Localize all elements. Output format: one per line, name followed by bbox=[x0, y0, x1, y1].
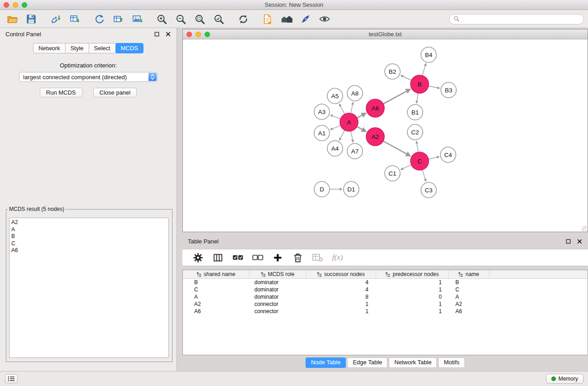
function-builder-icon[interactable]: f(x) bbox=[331, 252, 344, 264]
graph-node-C4[interactable]: C4 bbox=[440, 147, 456, 162]
column-header-successor-nodes[interactable]: successor nodes bbox=[306, 270, 376, 278]
search-input[interactable] bbox=[462, 16, 579, 23]
cell-name[interactable]: C bbox=[449, 286, 489, 293]
network-canvas[interactable]: B4B2BB3A8A5A6A3B1AC2A1A2A4A7C4CC1C3DD1 bbox=[183, 39, 588, 232]
column-selector-icon[interactable] bbox=[212, 252, 224, 264]
delete-row-icon[interactable] bbox=[292, 252, 304, 264]
tab-edge-table[interactable]: Edge Table bbox=[347, 357, 387, 368]
tab-node-table[interactable]: Node Table bbox=[306, 357, 346, 368]
graph-node-B[interactable]: B bbox=[411, 75, 429, 93]
graph-edge-A-A4[interactable] bbox=[339, 130, 344, 141]
graph-node-A5[interactable]: A5 bbox=[327, 88, 343, 104]
table-row[interactable]: Cdominator41C bbox=[183, 286, 588, 293]
cell-name[interactable]: A2 bbox=[449, 300, 489, 308]
graph-edge-A2-C[interactable] bbox=[383, 141, 411, 156]
float-panel-icon[interactable] bbox=[154, 31, 160, 37]
cell-predecessor-nodes[interactable]: 0 bbox=[376, 293, 449, 300]
run-mcds-button[interactable]: Run MCDS bbox=[40, 88, 82, 97]
task-history-button[interactable] bbox=[5, 374, 18, 383]
zoom-fit-icon[interactable] bbox=[193, 12, 206, 26]
tab-style[interactable]: Style bbox=[65, 43, 89, 53]
mcds-result-item[interactable]: A6 bbox=[11, 247, 167, 254]
cell-shared-name[interactable]: A6 bbox=[183, 308, 249, 315]
cell-mcds-role[interactable]: dominator bbox=[249, 286, 306, 293]
graph-edge-A-A8[interactable] bbox=[351, 102, 353, 114]
show-hide-icon[interactable] bbox=[318, 12, 331, 26]
deselect-all-icon[interactable] bbox=[252, 252, 264, 264]
graph-node-B2[interactable]: B2 bbox=[385, 64, 400, 79]
table-row[interactable]: A2connector11A2 bbox=[183, 300, 588, 308]
column-header-mcds-role[interactable]: MCDS role bbox=[249, 270, 306, 278]
cell-predecessor-nodes[interactable]: 1 bbox=[376, 286, 449, 293]
table-row[interactable]: Bdominator41B bbox=[183, 279, 588, 286]
cell-mcds-role[interactable]: connector bbox=[249, 308, 306, 315]
export-network-icon[interactable] bbox=[92, 12, 106, 26]
cell-shared-name[interactable]: C bbox=[183, 286, 249, 293]
zoom-in-icon[interactable] bbox=[155, 12, 168, 26]
criterion-select[interactable]: largest connected component (directed) bbox=[19, 72, 158, 82]
graph-edge-B-B2[interactable] bbox=[401, 76, 411, 81]
zoom-out-icon[interactable] bbox=[174, 12, 187, 26]
tab-network[interactable]: Network bbox=[33, 43, 66, 53]
delete-table-icon[interactable] bbox=[311, 252, 324, 264]
graph-node-C2[interactable]: C2 bbox=[407, 124, 423, 140]
cell-successor-nodes[interactable]: 4 bbox=[306, 286, 376, 293]
graph-node-A2[interactable]: A2 bbox=[366, 128, 384, 146]
float-table-panel-icon[interactable] bbox=[565, 238, 571, 244]
close-panel-button[interactable]: Close panel bbox=[93, 88, 137, 97]
refresh-view-icon[interactable] bbox=[236, 12, 250, 26]
mcds-result-item[interactable]: A2 bbox=[11, 219, 167, 226]
graph-edge-B-B1[interactable] bbox=[416, 93, 418, 104]
cell-mcds-role[interactable]: dominator bbox=[249, 293, 306, 300]
graph-edge-A-A7[interactable] bbox=[351, 131, 353, 143]
export-table-icon[interactable] bbox=[111, 12, 125, 26]
cell-successor-nodes[interactable]: 1 bbox=[306, 300, 376, 308]
table-row[interactable]: A6connector11A6 bbox=[183, 308, 588, 315]
gear-icon[interactable] bbox=[192, 252, 204, 264]
open-session-icon[interactable] bbox=[5, 12, 19, 26]
open-document-icon[interactable] bbox=[261, 12, 274, 26]
graph-edge-A-A6[interactable] bbox=[357, 113, 366, 118]
graph-edge-A-A3[interactable] bbox=[330, 115, 341, 119]
cell-successor-nodes[interactable]: 8 bbox=[306, 293, 376, 300]
mcds-result-list[interactable]: A2ABCA6 bbox=[9, 218, 169, 358]
graph-edge-C-C3[interactable] bbox=[422, 170, 426, 181]
cell-shared-name[interactable]: B bbox=[183, 279, 249, 286]
import-table-icon[interactable] bbox=[68, 12, 81, 26]
graph-edge-C-C4[interactable] bbox=[429, 157, 440, 159]
mcds-result-item[interactable]: C bbox=[11, 240, 167, 248]
graph-node-A1[interactable]: A1 bbox=[314, 125, 330, 141]
memory-button[interactable]: Memory bbox=[546, 374, 583, 384]
graph-edge-C-C2[interactable] bbox=[416, 141, 418, 152]
cell-name[interactable]: A6 bbox=[449, 308, 489, 315]
mcds-result-item[interactable]: B bbox=[11, 233, 167, 240]
tab-select[interactable]: Select bbox=[89, 43, 116, 53]
resize-grip-icon[interactable] bbox=[582, 226, 588, 232]
graph-node-B3[interactable]: B3 bbox=[441, 82, 456, 98]
graph-edge-C-C1[interactable] bbox=[401, 165, 411, 170]
graph-node-A7[interactable]: A7 bbox=[347, 143, 363, 159]
cell-mcds-role[interactable]: dominator bbox=[249, 279, 306, 286]
graph-node-A[interactable]: A bbox=[340, 113, 358, 131]
mcds-result-item[interactable]: A bbox=[11, 226, 167, 234]
tab-network-table[interactable]: Network Table bbox=[389, 357, 437, 368]
tab-motifs[interactable]: Motifs bbox=[438, 357, 465, 368]
close-table-panel-icon[interactable] bbox=[577, 238, 583, 244]
graph-node-B1[interactable]: B1 bbox=[407, 105, 423, 120]
graph-edge-A-A1[interactable] bbox=[330, 125, 341, 129]
cell-name[interactable]: A bbox=[449, 293, 489, 300]
graph-node-D[interactable]: D bbox=[314, 181, 330, 197]
export-image-icon[interactable] bbox=[130, 12, 144, 26]
search-box[interactable] bbox=[449, 14, 584, 24]
column-header-name[interactable]: name bbox=[449, 270, 489, 278]
table-row[interactable]: Adominator80A bbox=[183, 293, 588, 300]
column-header-predecessor-nodes[interactable]: predecessor nodes bbox=[376, 270, 449, 278]
close-panel-icon[interactable] bbox=[165, 31, 171, 37]
graph-node-C1[interactable]: C1 bbox=[385, 166, 400, 181]
column-header-shared-name[interactable]: shared name bbox=[183, 270, 249, 278]
graph-node-C[interactable]: C bbox=[411, 152, 429, 170]
cell-predecessor-nodes[interactable]: 1 bbox=[376, 279, 449, 286]
graph-node-A6[interactable]: A6 bbox=[366, 99, 384, 117]
cell-mcds-role[interactable]: connector bbox=[249, 300, 306, 308]
cell-successor-nodes[interactable]: 4 bbox=[306, 279, 376, 286]
